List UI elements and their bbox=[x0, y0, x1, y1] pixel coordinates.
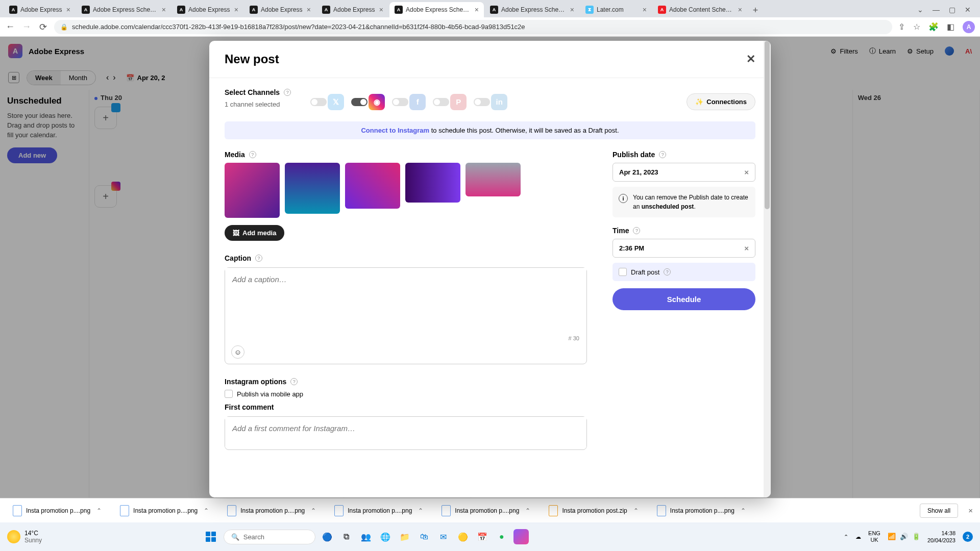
channel-instagram[interactable]: ◉ bbox=[351, 94, 385, 110]
download-item[interactable]: Insta promotion p....png⌃ bbox=[114, 502, 214, 520]
channel-pinterest[interactable]: P bbox=[433, 94, 467, 110]
close-icon[interactable]: × bbox=[475, 6, 479, 14]
download-item[interactable]: Insta promotion p....png⌃ bbox=[436, 502, 536, 520]
tab[interactable]: AAdobe Express Sched…× bbox=[485, 2, 579, 17]
tab[interactable]: AAdobe Express× bbox=[317, 2, 388, 17]
download-item[interactable]: Insta promotion p....png⌃ bbox=[7, 502, 107, 520]
channel-linkedin[interactable]: in bbox=[474, 94, 507, 110]
close-icon[interactable]: × bbox=[162, 6, 166, 14]
chevron-up-icon[interactable]: ⌃ bbox=[311, 507, 316, 514]
media-thumb[interactable] bbox=[405, 163, 460, 203]
new-tab-button[interactable]: + bbox=[748, 3, 763, 17]
caption-input[interactable] bbox=[225, 268, 586, 299]
start-button[interactable] bbox=[202, 528, 219, 545]
help-icon[interactable]: ? bbox=[255, 255, 262, 262]
emoji-button[interactable]: ☺ bbox=[231, 345, 244, 359]
url-input[interactable]: 🔒 schedule.adobe.com/calendar/ccc370f1-2… bbox=[54, 20, 892, 34]
reload-button[interactable]: ⟳ bbox=[38, 21, 48, 33]
add-media-button[interactable]: 🖼 Add media bbox=[225, 225, 284, 241]
help-icon[interactable]: ? bbox=[284, 89, 291, 96]
download-item[interactable]: Insta promotion p....png⌃ bbox=[651, 502, 751, 520]
media-thumb[interactable] bbox=[465, 163, 521, 196]
profile-avatar[interactable]: A bbox=[963, 21, 975, 33]
publish-date-input[interactable]: Apr 21, 2023× bbox=[612, 163, 755, 182]
time-input[interactable]: 2:36 PM× bbox=[612, 239, 755, 258]
forward-button[interactable]: → bbox=[21, 21, 32, 32]
app-icon[interactable] bbox=[513, 529, 529, 544]
close-icon[interactable]: × bbox=[738, 6, 742, 14]
chevron-up-icon[interactable]: ⌃ bbox=[96, 507, 102, 514]
edge-icon[interactable]: 🌐 bbox=[378, 529, 393, 544]
chevron-down-icon[interactable]: ⌄ bbox=[917, 6, 923, 14]
store-icon[interactable]: 🛍 bbox=[416, 529, 432, 544]
channel-facebook[interactable]: f bbox=[392, 94, 426, 110]
draft-post-checkbox[interactable]: Draft post? bbox=[612, 263, 755, 281]
clock[interactable]: 14:3820/04/2023 bbox=[927, 530, 955, 544]
chevron-up-icon[interactable]: ⌃ bbox=[204, 507, 209, 514]
chevron-up-icon[interactable]: ⌃ bbox=[418, 507, 423, 514]
tab[interactable]: AAdobe Express× bbox=[244, 2, 316, 17]
download-item[interactable]: Insta promotion p....png⌃ bbox=[222, 502, 322, 520]
close-window-icon[interactable]: ✕ bbox=[965, 6, 971, 14]
teams-icon[interactable]: 👥 bbox=[358, 529, 374, 544]
taskbar-search[interactable]: 🔍 Search bbox=[224, 530, 315, 544]
schedule-button[interactable]: Schedule bbox=[612, 288, 755, 310]
tab[interactable]: AAdobe Content Sched…× bbox=[653, 2, 747, 17]
help-icon[interactable]: ? bbox=[659, 151, 666, 158]
chrome-icon[interactable]: 🟡 bbox=[455, 529, 471, 544]
close-icon[interactable]: × bbox=[307, 6, 311, 14]
minimize-icon[interactable]: — bbox=[933, 6, 940, 14]
spotify-icon[interactable]: ● bbox=[494, 529, 509, 544]
share-icon[interactable]: ⇪ bbox=[898, 22, 905, 32]
tab[interactable]: AAdobe Express× bbox=[4, 2, 76, 17]
explorer-icon[interactable]: 📁 bbox=[397, 529, 412, 544]
connections-button[interactable]: ✨ Connections bbox=[687, 93, 755, 110]
tab[interactable]: AAdobe Express Sched…× bbox=[77, 2, 171, 17]
download-item[interactable]: Insta promotion post.zip⌃ bbox=[543, 502, 644, 520]
wifi-icon[interactable]: 📶 bbox=[888, 533, 896, 541]
connect-link[interactable]: Connect to Instagram bbox=[361, 127, 429, 134]
close-icon[interactable]: × bbox=[643, 6, 647, 14]
close-downloads-icon[interactable]: × bbox=[968, 506, 973, 515]
weather-widget[interactable]: 14°CSunny bbox=[7, 530, 42, 544]
chevron-up-icon[interactable]: ⌃ bbox=[844, 533, 848, 540]
close-icon[interactable]: × bbox=[66, 6, 70, 14]
maximize-icon[interactable]: ▢ bbox=[949, 6, 955, 14]
first-comment-input[interactable] bbox=[225, 417, 586, 447]
chevron-up-icon[interactable]: ⌃ bbox=[741, 507, 746, 514]
show-all-button[interactable]: Show all bbox=[920, 504, 958, 518]
mail-icon[interactable]: ✉ bbox=[436, 529, 451, 544]
scrollbar[interactable] bbox=[764, 41, 771, 497]
help-icon[interactable]: ? bbox=[249, 151, 256, 158]
notification-badge[interactable]: 2 bbox=[963, 532, 973, 542]
publish-mobile-checkbox[interactable]: Publish via mobile app bbox=[225, 390, 587, 398]
media-thumb[interactable] bbox=[225, 163, 280, 218]
close-button[interactable]: ✕ bbox=[746, 53, 755, 66]
extensions-icon[interactable]: 🧩 bbox=[928, 22, 939, 32]
star-icon[interactable]: ☆ bbox=[913, 22, 920, 32]
chevron-up-icon[interactable]: ⌃ bbox=[633, 507, 639, 514]
media-thumb[interactable] bbox=[345, 163, 400, 209]
tab[interactable]: ⧗Later.com× bbox=[580, 2, 652, 17]
help-icon[interactable]: ? bbox=[290, 378, 298, 385]
language-button[interactable]: ENGUK bbox=[868, 530, 880, 543]
download-item[interactable]: Insta promotion p....png⌃ bbox=[329, 502, 429, 520]
help-icon[interactable]: ? bbox=[664, 268, 671, 276]
sidepanel-icon[interactable]: ◧ bbox=[947, 22, 954, 32]
battery-icon[interactable]: 🔋 bbox=[912, 533, 920, 541]
tab-active[interactable]: AAdobe Express Sched…× bbox=[389, 2, 484, 17]
chevron-up-icon[interactable]: ⌃ bbox=[525, 507, 530, 514]
back-button[interactable]: ← bbox=[5, 21, 15, 32]
help-icon[interactable]: ? bbox=[633, 227, 640, 234]
tab[interactable]: AAdobe Express× bbox=[172, 2, 243, 17]
copilot-icon[interactable]: 🔵 bbox=[320, 529, 335, 544]
close-icon[interactable]: × bbox=[234, 6, 238, 14]
clear-time-icon[interactable]: × bbox=[744, 244, 749, 253]
clear-date-icon[interactable]: × bbox=[744, 168, 749, 177]
close-icon[interactable]: × bbox=[379, 6, 383, 14]
task-view-icon[interactable]: ⧉ bbox=[339, 529, 354, 544]
onedrive-icon[interactable]: ☁ bbox=[855, 533, 861, 540]
channel-twitter[interactable]: 𝕏 bbox=[310, 94, 344, 110]
close-icon[interactable]: × bbox=[570, 6, 574, 14]
volume-icon[interactable]: 🔊 bbox=[900, 533, 908, 541]
